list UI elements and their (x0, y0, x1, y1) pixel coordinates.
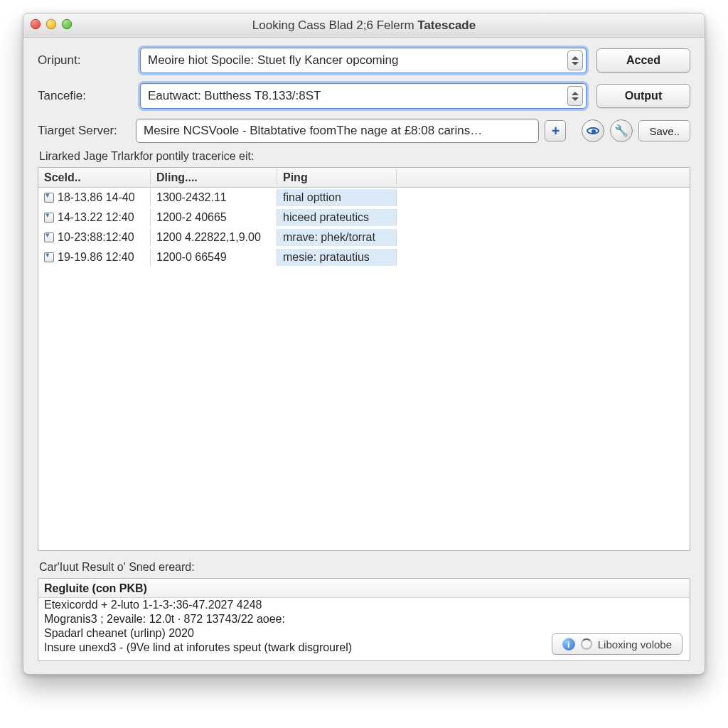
table-caption: Lirarked Jage Trlarkfor pontily traceric… (39, 150, 690, 163)
cell-empty (397, 235, 690, 240)
oripunt-value: Meoire hiot Spocile: Stuet fly Kancer op… (148, 53, 398, 68)
cell-empty (397, 196, 690, 200)
spinner-icon (581, 638, 592, 650)
title-text-c: Tatescade (417, 18, 476, 32)
save-button[interactable]: Save.. (638, 120, 690, 141)
minimize-icon[interactable] (46, 19, 56, 29)
info-icon: i (562, 638, 575, 651)
table-row[interactable]: 14-13.22 12:401200-2 40665hiceed prateut… (38, 208, 690, 228)
cell-ping: mrave: phek/torrat (277, 229, 397, 246)
col-empty[interactable] (397, 176, 690, 180)
results-table: Sceld.. Dling.... Ping 18-13.86 14-40130… (38, 167, 690, 551)
row-icon (44, 193, 54, 203)
cell-empty (397, 215, 690, 220)
oripunt-label: Oripunt: (38, 53, 130, 68)
cell-ping: hiceed prateutics (277, 209, 397, 226)
cell-dling: 1200 4.22822,1,9.00 (151, 229, 277, 246)
output-button[interactable]: Output (596, 84, 690, 108)
stepper-icon[interactable] (567, 50, 583, 70)
window-title: Looking Cass Blad 2;6 Felerm Tatescade (252, 18, 476, 33)
cell-sceld: 19-19.86 12:40 (38, 249, 151, 266)
content-area: Oripunt: Meoire hiot Spocile: Stuet fly … (23, 38, 705, 674)
title-text-a: Looking Cass Blad (252, 18, 356, 32)
table-row[interactable]: 19-19.86 12:401200-0 66549mesie: prataut… (38, 247, 690, 267)
acced-button[interactable]: Acced (596, 48, 690, 73)
stepper-icon[interactable] (567, 86, 583, 106)
result-output: Regluite (con PKB) Etexicordd + 2-luto 1… (38, 578, 690, 661)
cell-sceld: 18-13.86 14-40 (38, 189, 151, 206)
col-dling[interactable]: Dling.... (151, 169, 277, 186)
status-pill[interactable]: i Liboxing volobe (552, 633, 682, 655)
table-header-row: Sceld.. Dling.... Ping (38, 168, 690, 188)
view-button[interactable] (582, 119, 604, 142)
cell-sceld: 10-23:88:12:40 (38, 229, 151, 246)
row-icon (44, 213, 54, 223)
target-server-label: Tiarget Server: (38, 124, 130, 138)
eye-icon (587, 127, 599, 134)
table-row[interactable]: 18-13.86 14-401300-2432.11final opttion (38, 188, 690, 208)
title-text-b: 2;6 Felerm (356, 18, 417, 32)
result-line: Etexicordd + 2-luto 1-1-3-:36-47.2027 42… (38, 598, 690, 612)
titlebar: Looking Cass Blad 2;6 Felerm Tatescade (23, 14, 705, 38)
cell-dling: 1200-0 66549 (151, 249, 277, 266)
col-sceld[interactable]: Sceld.. (38, 169, 151, 186)
config-button[interactable] (610, 119, 633, 142)
tancefie-label: Tancefie: (38, 89, 130, 103)
app-window: Looking Cass Blad 2;6 Felerm Tatescade O… (23, 13, 705, 675)
oripunt-combo[interactable]: Meoire hiot Spocile: Stuet fly Kancer op… (140, 48, 587, 73)
add-server-button[interactable]: + (545, 120, 566, 141)
tancefie-combo[interactable]: Eautwact: Butthess T8.133/:8ST (140, 83, 587, 109)
cell-dling: 1200-2 40665 (151, 209, 277, 226)
cell-dling: 1300-2432.11 (151, 189, 277, 206)
zoom-icon[interactable] (62, 19, 72, 29)
window-controls (31, 19, 72, 29)
tancefie-value: Eautwact: Butthess T8.133/:8ST (148, 89, 321, 103)
row-icon (44, 252, 54, 262)
table-row[interactable]: 10-23:88:12:401200 4.22822,1,9.00mrave: … (38, 228, 690, 247)
close-icon[interactable] (31, 19, 41, 29)
cell-ping: final opttion (277, 189, 397, 206)
cell-empty (397, 255, 690, 259)
target-server-combo[interactable]: Mesire NCSVoole - Bltabtative foomThe na… (136, 119, 539, 143)
result-line: Mogranis3 ; 2evaile: 12.0t · 872 13743/2… (38, 612, 690, 626)
result-header: Regluite (con PKB) (38, 580, 690, 598)
cell-sceld: 14-13.22 12:40 (38, 209, 151, 226)
result-section-label: Car'Iuut Result o' Sned ereard: (39, 561, 690, 574)
col-ping[interactable]: Ping (277, 169, 397, 186)
table-body: 18-13.86 14-401300-2432.11final opttion1… (38, 188, 690, 267)
cell-ping: mesie: pratautius (277, 249, 397, 266)
wrench-icon (614, 124, 628, 138)
target-server-value: Mesire NCSVoole - Bltabtative foomThe na… (144, 124, 482, 138)
row-icon (44, 232, 54, 242)
status-text: Liboxing volobe (598, 638, 672, 651)
